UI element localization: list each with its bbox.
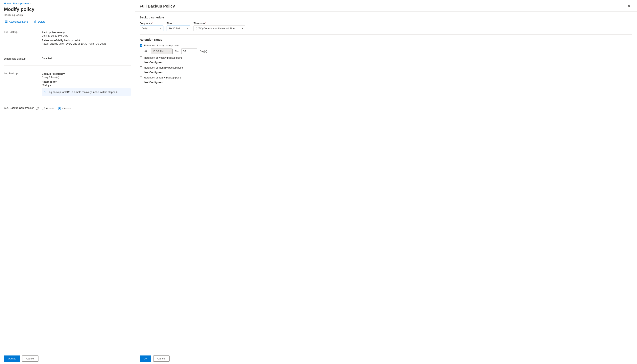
for-input[interactable] [181, 48, 197, 54]
log-backup-content: Backup Frequency Every 1 hour(s) Retaine… [42, 72, 131, 96]
time-select[interactable]: 10:30 PM 11:00 PM [167, 26, 190, 31]
retention-daily-value: Retain backup taken every day at 10:30 P… [42, 42, 131, 45]
timezone-group: Timezone* (UTC) Coordinated Universal Ti… [194, 22, 245, 31]
days-label: Day(s) [199, 50, 207, 53]
disable-label: Disable [62, 107, 71, 110]
sql-compression-section: SQL Backup Compression ? Enable Disable [4, 106, 131, 114]
frequency-group: Frequency* Daily Weekly ▼ [140, 22, 163, 31]
monthly-retention-section: Retention of monthly backup point Not Co… [140, 66, 632, 74]
log-retained-label: Retained for [42, 80, 131, 83]
content-area: Full Backup Backup Frequency Daily at 10… [0, 26, 135, 353]
panel-content: Backup schedule Frequency* Daily Weekly … [135, 12, 637, 353]
monthly-retention-label: Retention of monthly backup point [144, 66, 183, 69]
yearly-retention-label: Retention of yearly backup point [144, 76, 181, 79]
cancel-right-button[interactable]: Cancel [153, 356, 170, 362]
differential-value: Disabled [42, 57, 131, 60]
timezone-label: Timezone* [194, 22, 245, 25]
time-select-wrapper: 10:30 PM 11:00 PM ▼ [167, 26, 190, 31]
help-icon[interactable]: ? [36, 106, 39, 110]
log-freq-value: Every 1 hour(s) [42, 76, 131, 79]
yearly-checkbox-row: Retention of yearly backup point [140, 76, 632, 79]
page-title: Modify policy [4, 6, 34, 12]
disable-radio[interactable] [58, 107, 61, 110]
log-retained-value: 30 days [42, 84, 131, 86]
left-panel: Home › Backup center › Modify policy ...… [0, 0, 135, 353]
yearly-checkbox[interactable] [140, 76, 142, 79]
daily-checkbox-row: Retention of daily backup point [140, 44, 632, 47]
sql-compression-content: Enable Disable [42, 106, 131, 110]
yearly-retention-section: Retention of yearly backup point Not Con… [140, 76, 632, 84]
at-select-wrapper: 10:30 PM ▼ [151, 48, 173, 54]
timezone-select-wrapper: (UTC) Coordinated Universal Time (UTC-05… [194, 26, 245, 31]
delete-button[interactable]: 🗑 Delete [33, 19, 47, 24]
at-label: At [144, 50, 148, 53]
radio-group: Enable Disable [42, 107, 131, 110]
panel-title: Full Backup Policy [140, 4, 175, 8]
full-backup-section: Full Backup Backup Frequency Daily at 10… [4, 30, 131, 51]
daily-retention-section: Retention of daily backup point At 10:30… [140, 44, 632, 54]
frequency-label: Frequency* [140, 22, 163, 25]
enable-label: Enable [46, 107, 54, 110]
panel-header: Full Backup Policy ✕ [135, 0, 637, 12]
breadcrumb-home[interactable]: Home [4, 2, 11, 5]
page-header: Modify policy ... [0, 6, 135, 14]
cancel-button[interactable]: Cancel [22, 356, 39, 362]
at-time-select[interactable]: 10:30 PM [151, 48, 173, 54]
log-backup-label: Log Backup [4, 72, 40, 96]
info-box: ℹ Log backup for DBs in simple recovery … [42, 88, 131, 96]
update-button[interactable]: Update [4, 356, 20, 362]
divider1 [140, 34, 632, 35]
right-footer: OK Cancel [135, 353, 637, 364]
left-footer: Update Cancel [0, 353, 135, 364]
right-panel: Full Backup Policy ✕ Backup schedule Fre… [135, 0, 637, 353]
close-button[interactable]: ✕ [626, 3, 632, 9]
monthly-checkbox[interactable] [140, 66, 142, 69]
full-backup-label: Full Backup [4, 30, 40, 47]
enable-radio-item[interactable]: Enable [42, 107, 54, 110]
enable-radio[interactable] [42, 107, 45, 110]
timezone-select[interactable]: (UTC) Coordinated Universal Time (UTC-05… [194, 26, 245, 31]
sql-compression-label: SQL Backup Compression ? [4, 106, 40, 110]
daily-retention-label: Retention of daily backup point [144, 44, 179, 47]
ok-button[interactable]: OK [140, 356, 151, 362]
delete-icon: 🗑 [34, 20, 37, 23]
schedule-form-row: Frequency* Daily Weekly ▼ Time* [140, 22, 632, 31]
differential-backup-section: Differential Backup Disabled [4, 57, 131, 66]
info-text: Log backup for DBs in simple recovery mo… [48, 90, 118, 94]
schedule-title: Backup schedule [140, 16, 632, 19]
associated-items-label: Associated items [9, 20, 28, 23]
info-icon: ℹ [45, 90, 46, 94]
for-label: For [175, 50, 179, 53]
weekly-retention-label: Retention of weekly backup point [144, 56, 182, 59]
frequency-select[interactable]: Daily Weekly [140, 26, 163, 31]
page-subtitle: HourlyLogBackup [0, 14, 135, 18]
differential-label: Differential Backup [4, 57, 40, 62]
monthly-not-configured: Not Configured [144, 71, 632, 74]
daily-at-row: At 10:30 PM ▼ For Day(s) [144, 48, 632, 54]
time-label: Time* [167, 22, 190, 25]
breadcrumb: Home › Backup center › [0, 0, 135, 6]
more-button[interactable]: ... [36, 7, 42, 12]
weekly-checkbox[interactable] [140, 56, 142, 59]
retention-daily-label: Retention of daily backup point [42, 39, 131, 42]
daily-retention-details: At 10:30 PM ▼ For Day(s) [144, 48, 632, 54]
breadcrumb-sep1: › [12, 2, 13, 5]
differential-content: Disabled [42, 57, 131, 62]
footer: Update Cancel OK Cancel [0, 353, 637, 364]
tz-required-star: * [205, 22, 206, 25]
list-icon: ☰ [5, 20, 8, 23]
backup-freq-label: Backup Frequency [42, 31, 131, 34]
full-backup-content: Backup Frequency Daily at 10:30 PM UTC R… [42, 30, 131, 47]
disable-radio-item[interactable]: Disable [58, 107, 71, 110]
breadcrumb-sep2: › [30, 2, 31, 5]
freq-required-star: * [152, 22, 153, 25]
backup-freq-value: Daily at 10:30 PM UTC [42, 34, 131, 37]
daily-checkbox[interactable] [140, 44, 142, 47]
log-backup-section: Log Backup Backup Frequency Every 1 hour… [4, 72, 131, 100]
time-required-star: * [173, 22, 174, 25]
yearly-not-configured: Not Configured [144, 81, 632, 84]
toolbar: ☰ Associated items 🗑 Delete [0, 18, 135, 26]
associated-items-button[interactable]: ☰ Associated items [4, 19, 30, 24]
frequency-select-wrapper: Daily Weekly ▼ [140, 26, 163, 31]
breadcrumb-backup-center[interactable]: Backup center [13, 2, 30, 5]
